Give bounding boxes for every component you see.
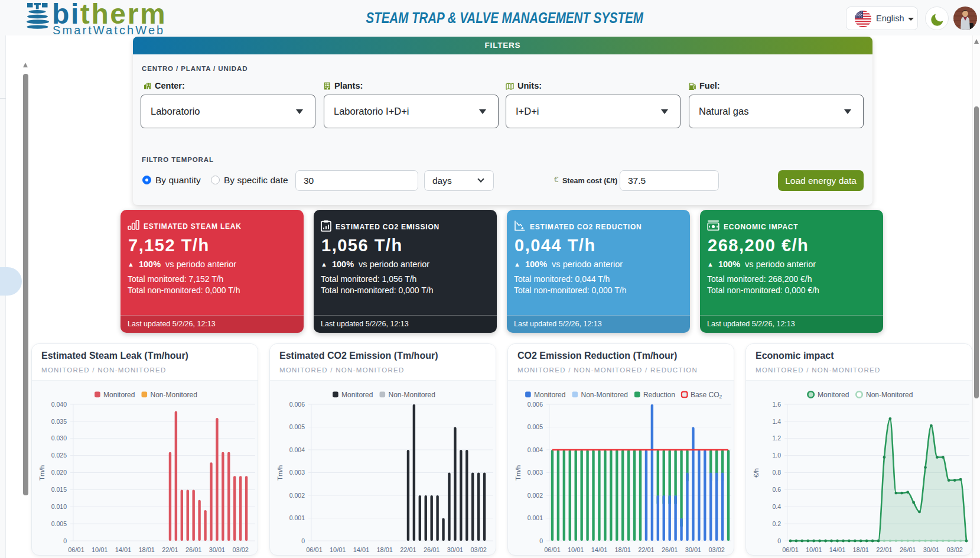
svg-text:0.030: 0.030 [51,434,67,442]
svg-text:03/02: 03/02 [232,546,249,553]
svg-text:03/02: 03/02 [470,546,487,553]
svg-text:0.015: 0.015 [51,486,67,493]
svg-text:0.6: 0.6 [772,486,781,493]
svg-text:0.001: 0.001 [289,514,305,521]
svg-text:06/01: 06/01 [68,546,84,553]
svg-text:Monitored: Monitored [341,391,373,399]
svg-text:0.003: 0.003 [289,469,305,476]
svg-text:0.2: 0.2 [772,520,781,527]
svg-text:03/02: 03/02 [708,546,725,553]
svg-text:Base CO2: Base CO2 [691,391,722,400]
svg-text:0: 0 [301,537,305,544]
svg-text:0.020: 0.020 [51,469,67,476]
svg-text:18/01: 18/01 [852,546,869,553]
svg-text:06/01: 06/01 [306,546,323,553]
svg-text:22/01: 22/01 [162,546,178,553]
svg-text:30/01: 30/01 [209,546,226,553]
svg-text:10/01: 10/01 [330,546,346,553]
svg-text:Tm/h: Tm/h [38,465,45,481]
svg-text:18/01: 18/01 [138,546,155,553]
svg-text:0.8: 0.8 [772,469,781,476]
svg-text:0.003: 0.003 [528,469,543,476]
svg-text:0.025: 0.025 [51,452,67,459]
svg-text:0.005: 0.005 [528,423,543,430]
svg-text:1.6: 1.6 [772,401,781,408]
svg-text:26/01: 26/01 [900,546,916,553]
svg-text:30/01: 30/01 [923,546,940,553]
svg-text:26/01: 26/01 [185,546,202,553]
svg-text:Monitored: Monitored [818,391,849,399]
svg-text:Non-Monitored: Non-Monitored [151,391,197,399]
svg-text:0.005: 0.005 [51,520,67,527]
svg-text:0.001: 0.001 [528,514,543,521]
svg-text:0.040: 0.040 [51,401,67,408]
svg-text:0.035: 0.035 [51,418,67,425]
svg-text:Non-Monitored: Non-Monitored [866,391,913,399]
svg-text:10/01: 10/01 [568,546,584,553]
svg-text:03/02: 03/02 [946,546,963,553]
svg-text:0.002: 0.002 [289,492,305,499]
svg-text:0: 0 [63,537,67,544]
svg-text:14/01: 14/01 [591,546,608,553]
svg-text:06/01: 06/01 [782,546,799,553]
svg-text:Non-Monitored: Non-Monitored [389,391,435,399]
svg-text:Tm/h: Tm/h [515,465,522,481]
svg-text:18/01: 18/01 [376,546,393,553]
svg-text:Reduction: Reduction [643,391,675,399]
svg-text:1.2: 1.2 [772,434,781,442]
svg-text:10/01: 10/01 [92,546,108,553]
svg-text:26/01: 26/01 [424,546,440,553]
svg-text:0.4: 0.4 [772,503,781,510]
svg-text:1.4: 1.4 [772,418,781,425]
svg-text:1.0: 1.0 [772,452,781,459]
svg-text:22/01: 22/01 [876,546,893,553]
svg-text:18/01: 18/01 [614,546,631,553]
svg-text:26/01: 26/01 [662,546,678,553]
svg-text:€/h: €/h [753,468,760,478]
svg-text:Monitored: Monitored [103,391,135,399]
svg-text:14/01: 14/01 [829,546,846,553]
svg-text:06/01: 06/01 [544,546,561,553]
svg-text:0: 0 [539,537,543,544]
svg-text:10/01: 10/01 [806,546,822,553]
svg-text:14/01: 14/01 [353,546,370,553]
svg-text:0.005: 0.005 [289,423,305,430]
svg-text:Monitored: Monitored [534,391,565,399]
svg-text:30/01: 30/01 [685,546,702,553]
svg-text:0: 0 [777,537,781,544]
svg-text:30/01: 30/01 [447,546,464,553]
svg-text:0.004: 0.004 [289,446,305,453]
svg-text:0.004: 0.004 [528,446,543,453]
svg-text:0.006: 0.006 [289,401,305,408]
svg-text:14/01: 14/01 [115,546,132,553]
svg-text:Tm/h: Tm/h [276,465,284,481]
svg-text:0.010: 0.010 [51,503,67,510]
svg-text:0.006: 0.006 [528,401,543,408]
svg-text:0.002: 0.002 [528,492,543,499]
svg-text:Non-Monitored: Non-Monitored [581,391,628,399]
svg-text:22/01: 22/01 [638,546,655,553]
svg-text:22/01: 22/01 [400,546,416,553]
